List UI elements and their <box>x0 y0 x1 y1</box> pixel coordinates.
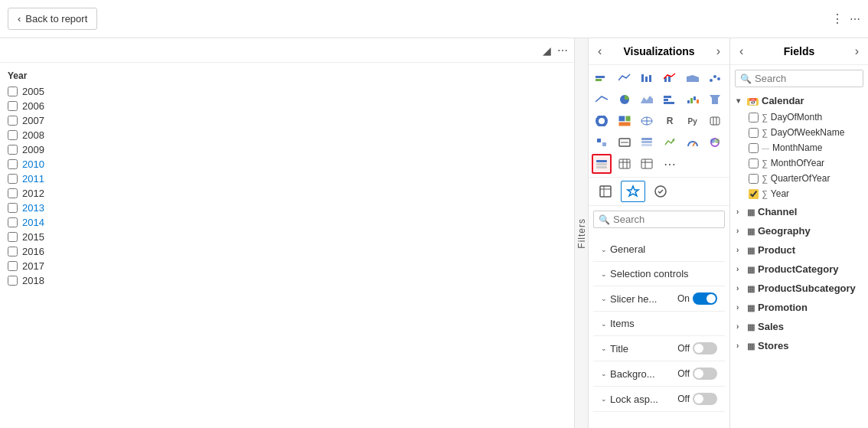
year-checkbox[interactable] <box>8 174 18 184</box>
options-icon[interactable]: ⋯ <box>850 13 860 25</box>
viz-color[interactable] <box>705 132 725 152</box>
fields-panel-back-arrow[interactable]: ‹ <box>738 44 745 58</box>
viz-treemap[interactable] <box>615 111 635 131</box>
year-checkbox[interactable] <box>8 217 18 227</box>
field-group-header[interactable]: ›▦Sales <box>733 318 865 335</box>
viz-map[interactable] <box>637 111 657 131</box>
format-row-selection[interactable]: ⌄ Selection controls <box>593 262 725 286</box>
filters-sidebar[interactable]: Filters <box>575 38 589 428</box>
format-search-box[interactable]: 🔍 <box>593 211 725 228</box>
viz-panel-back-arrow[interactable]: ‹ <box>596 44 603 58</box>
field-items: ∑DayOfMonth∑DayOfWeekName—MonthName∑Mont… <box>733 109 865 201</box>
viz-python[interactable]: Py <box>683 111 703 131</box>
viz-waterfall[interactable] <box>683 90 703 109</box>
year-checkbox[interactable] <box>8 116 18 126</box>
field-checkbox[interactable] <box>749 189 759 199</box>
year-checkbox[interactable] <box>8 101 18 111</box>
viz-donut[interactable] <box>592 111 612 131</box>
year-checkbox[interactable] <box>8 247 18 256</box>
ellipsis-icon[interactable]: ⋯ <box>557 44 568 57</box>
field-group-header[interactable]: ›▦Promotion <box>733 299 865 316</box>
back-to-report-button[interactable]: ‹ Back to report <box>8 8 97 30</box>
year-checkbox[interactable] <box>8 261 18 271</box>
field-group-name: Channel <box>758 206 797 217</box>
fields-search-box[interactable]: 🔍 <box>735 70 863 87</box>
list-item[interactable]: ∑MonthOfYear <box>733 155 865 171</box>
viz-funnel[interactable] <box>705 90 725 109</box>
field-group: ›▦Channel <box>733 203 865 221</box>
viz-panel-forward-arrow[interactable]: › <box>715 44 722 58</box>
field-group-header[interactable]: ›▦Stores <box>733 337 865 354</box>
year-checkbox[interactable] <box>8 203 18 213</box>
list-item[interactable]: ∑DayOfWeekName <box>733 125 865 140</box>
toggle-background[interactable] <box>693 368 717 380</box>
viz-card[interactable] <box>615 132 635 152</box>
format-row-slicer[interactable]: ⌄ Slicer he... On <box>593 286 725 311</box>
field-checkbox[interactable] <box>749 128 759 138</box>
year-checkbox[interactable] <box>8 188 18 198</box>
viz-stacked-bar[interactable] <box>592 68 612 88</box>
viz-tab-fields[interactable] <box>593 181 618 202</box>
viz-slicer[interactable] <box>592 154 612 174</box>
toggle-background-label: Off <box>677 368 690 379</box>
toggle-slicer[interactable] <box>693 292 717 305</box>
viz-r-visual[interactable]: R <box>660 111 680 131</box>
viz-area2[interactable] <box>637 90 657 109</box>
viz-custom1[interactable] <box>592 132 612 152</box>
format-row-general[interactable]: ⌄ General <box>593 237 725 261</box>
field-group-header[interactable]: ›▦ProductSubcategory <box>733 279 865 297</box>
list-item: 2013 <box>8 201 566 215</box>
list-item[interactable]: ∑QuarterOfYear <box>733 171 865 186</box>
viz-pie[interactable] <box>615 90 635 109</box>
svg-rect-23 <box>625 116 631 122</box>
viz-table[interactable] <box>615 154 635 174</box>
year-checkbox[interactable] <box>8 145 18 155</box>
table-icon: ▦ <box>747 340 755 351</box>
year-checkbox[interactable] <box>8 232 18 242</box>
field-checkbox[interactable] <box>749 174 759 184</box>
field-checkbox[interactable] <box>749 158 759 168</box>
field-group-header[interactable]: ›▦Product <box>733 241 865 259</box>
viz-line[interactable] <box>615 68 635 88</box>
viz-matrix[interactable] <box>637 154 657 174</box>
viz-bar[interactable] <box>637 68 657 88</box>
field-checkbox[interactable] <box>749 113 759 123</box>
year-checkbox[interactable] <box>8 159 18 169</box>
viz-multirow[interactable] <box>637 132 657 152</box>
list-item[interactable]: ∑Year <box>733 186 865 201</box>
toggle-title[interactable] <box>693 342 717 354</box>
field-name: DayOfWeekName <box>771 127 844 138</box>
viz-gauge[interactable] <box>683 132 703 152</box>
chevron-right-icon: › <box>736 246 744 254</box>
viz-area[interactable] <box>683 68 703 88</box>
viz-kpi[interactable] <box>660 132 680 152</box>
menu-icon[interactable]: ⋮ <box>831 11 844 26</box>
list-item[interactable]: —MonthName <box>733 140 865 155</box>
format-row-lock[interactable]: ⌄ Lock asp... Off <box>593 387 725 411</box>
field-group-header[interactable]: ›▦Geography <box>733 222 865 240</box>
format-section-general: ⌄ General <box>593 237 725 262</box>
viz-tab-format[interactable] <box>621 181 645 202</box>
viz-line2[interactable] <box>592 90 612 109</box>
format-row-background[interactable]: ⌄ Backgro... Off <box>593 361 725 386</box>
viz-tab-analytics[interactable] <box>648 181 673 202</box>
fields-panel-forward-arrow[interactable]: › <box>853 44 860 58</box>
viz-ai[interactable] <box>705 111 725 131</box>
year-checkbox[interactable] <box>8 276 18 286</box>
field-checkbox[interactable] <box>749 143 759 153</box>
viz-combo[interactable] <box>660 68 680 88</box>
toggle-lock[interactable] <box>693 393 717 405</box>
year-checkbox[interactable] <box>8 87 18 96</box>
format-row-items[interactable]: ⌄ Items <box>593 312 725 335</box>
list-item[interactable]: ∑DayOfMonth <box>733 109 865 125</box>
viz-scatter[interactable] <box>705 68 725 88</box>
field-group-header[interactable]: ▾📅Calendar <box>733 92 865 109</box>
format-row-title[interactable]: ⌄ Title Off <box>593 336 725 361</box>
fields-search-input[interactable] <box>755 73 868 84</box>
viz-more-options[interactable]: ⋯ <box>660 154 680 174</box>
field-group-header[interactable]: ›▦ProductCategory <box>733 260 865 278</box>
year-checkbox[interactable] <box>8 130 18 140</box>
viz-bar2[interactable] <box>660 90 680 109</box>
field-group-header[interactable]: ›▦Channel <box>733 203 865 221</box>
format-search-input[interactable] <box>613 214 730 225</box>
